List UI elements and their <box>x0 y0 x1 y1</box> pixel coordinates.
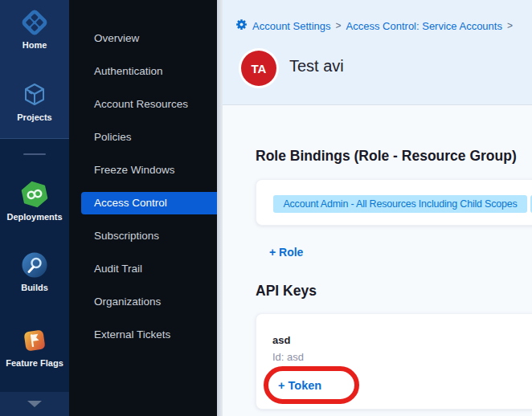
page-header: Account Settings > Access Control: Servi… <box>223 0 532 105</box>
role-bindings-heading: Role Bindings (Role - Resource Group) <box>256 148 517 165</box>
rail-item-label: Deployments <box>0 212 69 222</box>
page-title: Test avi <box>289 57 344 75</box>
api-keys-heading: API Keys <box>256 283 317 300</box>
breadcrumb-separator: > <box>507 20 513 31</box>
rail-item-label: Projects <box>0 112 69 123</box>
sidebar-item-builds[interactable]: Builds <box>0 249 69 293</box>
home-icon <box>0 6 69 39</box>
menu-item-external-tickets[interactable]: External Tickets <box>69 324 217 346</box>
menu-item-authentication[interactable]: Authentication <box>69 60 217 83</box>
menu-item-subscriptions[interactable]: Subscriptions <box>69 225 217 247</box>
breadcrumb-access-control-service-accounts[interactable]: Access Control: Service Accounts <box>346 20 502 32</box>
add-token-button[interactable]: + Token <box>278 379 321 392</box>
breadcrumb-separator: > <box>336 20 342 31</box>
avatar-initials: TA <box>252 62 267 75</box>
api-key-name: asd <box>272 334 290 346</box>
rail-item-label: Feature Flags <box>0 358 69 369</box>
rail-item-label: Home <box>0 40 69 51</box>
breadcrumb-account-settings[interactable]: Account Settings <box>252 20 331 32</box>
role-binding-chip[interactable]: Account Admin - All Resources Including … <box>273 195 527 213</box>
role-bindings-card: Account Admin - All Resources Including … <box>256 179 532 226</box>
sidebar-item-feature-flags[interactable]: Feature Flags <box>0 324 69 369</box>
projects-icon <box>0 79 69 111</box>
menu-item-policies[interactable]: Policies <box>69 126 217 149</box>
api-key-card: asd Id: asd + Token <box>256 313 532 410</box>
deployments-icon <box>0 178 69 210</box>
feature-flags-icon <box>0 324 69 357</box>
api-key-id: Id: asd <box>272 351 304 363</box>
menu-item-account-resources[interactable]: Account Resources <box>69 93 217 116</box>
breadcrumb: Account Settings > Access Control: Servi… <box>235 18 513 33</box>
avatar: TA <box>241 51 276 86</box>
add-role-button[interactable]: + Role <box>269 246 303 259</box>
sidebar-item-home[interactable]: Home <box>0 6 69 51</box>
gear-icon <box>235 18 248 33</box>
menu-item-overview[interactable]: Overview <box>69 27 217 50</box>
settings-menu: Overview Authentication Account Resource… <box>69 0 217 416</box>
menu-item-freeze-windows[interactable]: Freeze Windows <box>69 159 217 181</box>
builds-icon <box>0 249 69 281</box>
panel-edge <box>217 0 223 416</box>
module-nav-rail: Home Projects Deployments Builds F <box>0 0 69 416</box>
sidebar-item-projects[interactable]: Projects <box>0 79 69 123</box>
rail-item-label: Builds <box>0 283 69 293</box>
menu-item-organizations[interactable]: Organizations <box>69 291 217 313</box>
menu-item-access-control[interactable]: Access Control <box>81 192 217 214</box>
app-screen: Home Projects Deployments Builds F <box>0 0 532 416</box>
sidebar-item-deployments[interactable]: Deployments <box>0 178 69 222</box>
menu-item-audit-trail[interactable]: Audit Trail <box>69 258 217 280</box>
content-area: Account Settings > Access Control: Servi… <box>217 0 532 416</box>
rail-section-divider <box>23 153 46 155</box>
rail-collapse-footer[interactable] <box>0 392 69 416</box>
chevron-down-icon <box>26 397 43 411</box>
